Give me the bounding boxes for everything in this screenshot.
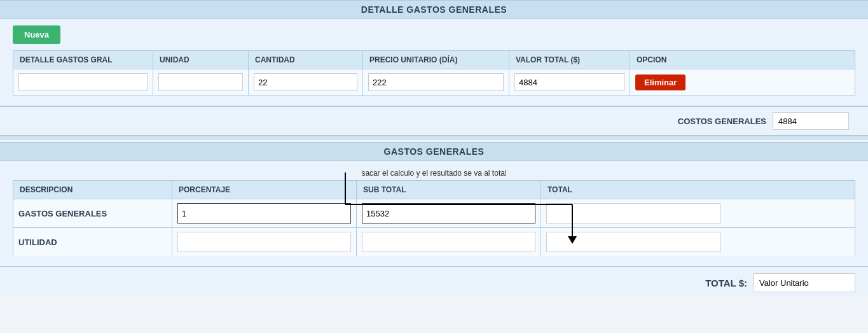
costos-label: COSTOS GENERALES: [678, 117, 766, 126]
cell-detalle: [13, 69, 153, 95]
input-subtotal-1[interactable]: [362, 203, 535, 223]
cell-unidad: [153, 69, 249, 95]
gastos-generales-label: GASTOS GENERALES: [18, 209, 107, 218]
input-total-2[interactable]: [546, 232, 720, 252]
costos-row: COSTOS GENERALES: [0, 107, 868, 136]
gastos-row-1: GASTOS GENERALES: [13, 199, 855, 227]
eliminar-button[interactable]: Eliminar: [635, 74, 685, 90]
col-header-opcion: OPCION: [630, 51, 713, 69]
hint-text: sacar el calculo y el resultado se va al…: [13, 169, 855, 178]
col-header-unidad: UNIDAD: [153, 51, 249, 69]
total-value[interactable]: [754, 273, 855, 292]
col-header-precio: PRECIO UNITARIO (DÍA): [363, 51, 509, 69]
gh-col-total: TOTAL: [541, 181, 726, 199]
gd-subtotal-1: [357, 199, 541, 227]
section2-title: GASTOS GENERALES: [384, 146, 485, 157]
gd-porcentaje-2: [172, 228, 357, 256]
nueva-button[interactable]: Nueva: [13, 25, 60, 44]
section1-title: DETALLE GASTOS GENERALES: [361, 4, 507, 15]
input-porcentaje-1[interactable]: [177, 203, 351, 223]
gastos-row-2: UTILIDAD: [13, 227, 855, 256]
section2-body: sacar el calculo y el resultado se va al…: [0, 161, 868, 266]
cell-cantidad: [249, 69, 363, 95]
input-detalle[interactable]: [18, 73, 148, 91]
input-unidad[interactable]: [158, 73, 243, 91]
gd-total-1: [541, 199, 726, 227]
input-precio[interactable]: [368, 73, 504, 91]
gh-col-porcentaje: PORCENTAJE: [172, 181, 357, 199]
gd-label-1: GASTOS GENERALES: [13, 199, 172, 227]
page-wrapper: DETALLE GASTOS GENERALES Nueva DETALLE G…: [0, 0, 868, 296]
costos-value[interactable]: [773, 112, 849, 130]
gd-total-2: [541, 228, 726, 256]
gh-col-subtotal: SUB TOTAL: [357, 181, 541, 199]
gd-porcentaje-1: [172, 199, 357, 227]
col-header-detalle: DETALLE GASTOS GRAL: [13, 51, 153, 69]
col-header-cantidad: CANTIDAD: [249, 51, 363, 69]
table-header: DETALLE GASTOS GRAL UNIDAD CANTIDAD PREC…: [13, 50, 855, 69]
gd-subtotal-2: [357, 228, 541, 256]
section2-header: GASTOS GENERALES: [0, 142, 868, 161]
input-valor[interactable]: [514, 73, 624, 91]
section1-body: Nueva DETALLE GASTOS GRAL UNIDAD CANTIDA…: [0, 19, 868, 107]
input-cantidad[interactable]: [254, 73, 357, 91]
input-porcentaje-2[interactable]: [177, 232, 351, 252]
gastos-table-header: DESCRIPCION PORCENTAJE SUB TOTAL TOTAL: [13, 180, 855, 199]
cell-precio: [363, 69, 509, 95]
cell-valor: [509, 69, 630, 95]
gd-label-2: UTILIDAD: [13, 228, 172, 256]
total-label: TOTAL $:: [705, 278, 747, 288]
total-row: TOTAL $:: [0, 266, 868, 296]
cell-opcion: Eliminar: [630, 69, 713, 95]
input-subtotal-2[interactable]: [362, 232, 535, 252]
separator: [0, 136, 868, 139]
utilidad-label: UTILIDAD: [18, 237, 57, 247]
table-row: Eliminar: [13, 69, 855, 96]
gh-col-descripcion: DESCRIPCION: [13, 181, 172, 199]
section1-header: DETALLE GASTOS GENERALES: [0, 0, 868, 19]
col-header-valor: VALOR TOTAL ($): [509, 51, 630, 69]
input-total-1[interactable]: [546, 203, 720, 223]
